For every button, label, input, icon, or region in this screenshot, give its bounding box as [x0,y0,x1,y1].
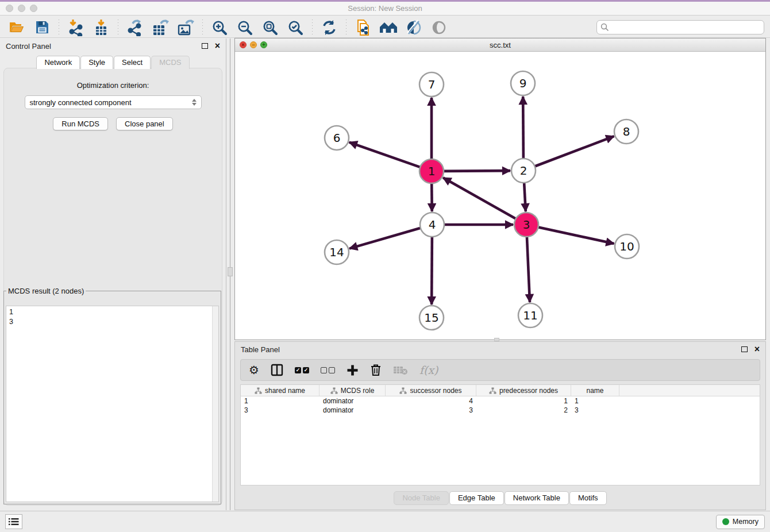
graph-edge-3-1[interactable] [443,178,517,219]
graph-edge-1-4[interactable] [432,182,432,211]
graph-node-label: 4 [429,218,436,232]
optimization-criterion-select[interactable]: strongly connected component [25,95,202,109]
import-network-button[interactable] [65,18,87,37]
export-table-button[interactable] [149,18,171,37]
graph-edge-3-11[interactable] [527,236,530,302]
maximize-view-button[interactable]: + [260,41,267,48]
mcds-result-text[interactable]: 1 3 [6,306,219,502]
tab-edge-table[interactable]: Edge Table [449,491,504,505]
graph-node-label: 14 [329,245,344,259]
tab-select[interactable]: Select [114,56,151,69]
tab-node-table[interactable]: Node Table [394,491,449,505]
task-history-button[interactable] [5,514,22,529]
close-table-panel-icon[interactable]: × [754,345,760,354]
zoom-in-icon [211,20,228,36]
close-panel-button[interactable]: Close panel [116,117,173,130]
delete-column-button[interactable] [370,364,382,376]
zoom-selected-button[interactable] [284,18,306,37]
close-panel-icon[interactable]: × [215,41,220,51]
graph-node-label: 3 [523,218,530,232]
plus-icon [346,364,359,376]
close-view-button[interactable]: × [240,41,247,48]
zoom-fit-button[interactable] [259,18,281,37]
table-tabs: Node Table Edge Table Network Table Moti… [235,491,765,505]
graph-edge-4-14[interactable] [349,228,422,248]
home-button[interactable] [378,18,399,37]
float-table-panel-icon[interactable] [741,346,748,352]
add-column-button[interactable] [346,364,359,376]
table-panel-header: Table Panel × [235,342,765,357]
search-field[interactable] [596,20,764,34]
main-toolbar [0,17,770,38]
node-table[interactable]: shared name MCDS role successor nodes pr… [240,384,760,485]
graph-node-label: 6 [333,131,341,145]
column-header[interactable]: successor nodes [386,385,476,396]
network-window-titlebar[interactable]: scc.txt × − + [235,38,765,52]
table-settings-button[interactable]: ⚙ [249,363,259,377]
select-all-button[interactable]: ✓ ✓ [295,367,309,373]
column-header[interactable]: MCDS role [319,385,386,396]
save-session-button[interactable] [31,18,53,37]
minimize-view-button[interactable]: − [250,41,257,48]
network-window-title: scc.txt [235,41,765,49]
toolbar-separator [202,20,203,36]
result-scrollbar[interactable] [212,306,218,502]
table-row[interactable]: 1 dominator 4 1 1 [241,396,760,406]
network-canvas[interactable]: 1234678910111415 [235,52,765,340]
column-header[interactable]: name [571,385,619,396]
graph-edge-1-6[interactable] [349,142,421,168]
graph-edge-2-8[interactable] [534,136,614,167]
column-layout-button[interactable] [271,364,283,376]
duplicate-network-icon [355,19,371,36]
tab-mcds[interactable]: MCDS [151,56,189,69]
delete-table-button[interactable] [393,365,408,375]
graph-node-label: 10 [619,240,634,253]
zoom-out-button[interactable] [234,18,256,37]
tab-style[interactable]: Style [80,56,113,69]
houses-icon [379,20,398,35]
duplicate-network-button[interactable] [352,18,374,37]
graph-edge-3-10[interactable] [537,227,614,244]
open-session-button[interactable] [6,18,28,37]
graph-node-label: 11 [523,309,537,322]
status-bar: Memory [0,511,770,532]
apply-function-button[interactable]: f(x) [419,364,438,376]
table-panel-title: Table Panel [241,345,280,354]
result-line: 3 [9,317,215,327]
graph-edge-1-2[interactable] [442,171,510,171]
splitter-grip[interactable] [228,267,233,276]
export-network-button[interactable] [124,18,146,37]
zoom-in-button[interactable] [209,18,230,37]
show-hide-panels-button[interactable] [428,18,450,37]
tab-network-table[interactable]: Network Table [505,491,569,505]
search-icon [600,23,609,32]
deselect-all-button[interactable] [321,367,335,373]
graphics-details-button[interactable] [403,18,425,37]
network-view-window: scc.txt × − + 1234678910111415 [234,38,766,340]
graph-node-label: 7 [428,78,436,91]
run-mcds-button[interactable]: Run MCDS [53,117,108,130]
checked-box-icon: ✓ [303,367,309,373]
tab-motifs[interactable]: Motifs [569,491,607,505]
float-panel-icon[interactable] [202,43,208,49]
column-header[interactable]: predecessor nodes [476,385,571,396]
save-icon [35,20,49,34]
import-table-button[interactable] [90,18,112,37]
search-input[interactable] [611,24,760,32]
refresh-layout-button[interactable] [318,18,340,37]
refresh-icon [321,20,337,36]
control-panel-header: Control Panel × [0,38,226,53]
vertical-splitter[interactable] [226,38,234,510]
graph-edge-2-3[interactable] [524,182,526,211]
column-header[interactable]: shared name [241,385,319,396]
graph-edge-2-9[interactable] [523,97,523,160]
export-image-button[interactable] [175,18,197,37]
control-panel: Control Panel × Network Style Select MCD… [0,38,226,510]
tab-network[interactable]: Network [36,56,80,69]
graph-node-label: 9 [519,76,527,90]
memory-label: Memory [733,518,759,526]
table-row[interactable]: 3 dominator 3 2 3 [241,406,760,415]
memory-status-icon [722,518,729,525]
graph-edge-4-15[interactable] [432,236,432,304]
memory-button[interactable]: Memory [716,515,765,529]
